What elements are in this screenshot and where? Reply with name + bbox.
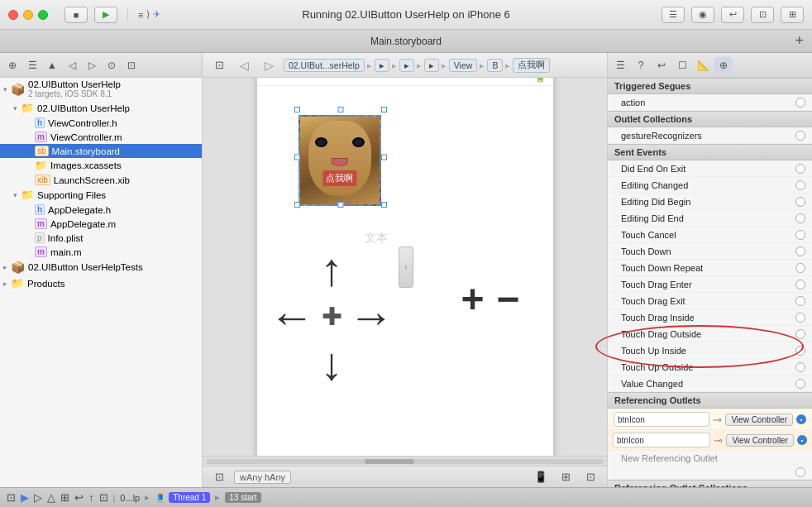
plus-icon[interactable]: +: [461, 276, 484, 322]
tree-item-main-storyboard[interactable]: sb Main.storyboard: [0, 144, 202, 158]
sort-button[interactable]: ☰: [23, 57, 41, 74]
event-circle[interactable]: [795, 197, 805, 207]
event-circle[interactable]: [795, 379, 805, 389]
status-icon-back[interactable]: ↩: [74, 491, 84, 504]
status-icon-next[interactable]: ▷: [34, 491, 42, 504]
nav-forward-button[interactable]: ▷: [259, 57, 279, 74]
event-circle[interactable]: [795, 263, 805, 273]
tree-item-main-m[interactable]: m main.m: [0, 245, 202, 259]
layout-button-3[interactable]: ↩: [721, 7, 744, 23]
add-tab-button[interactable]: +: [795, 32, 804, 50]
maximize-button[interactable]: [38, 10, 48, 20]
nav-1[interactable]: ▸: [375, 59, 389, 72]
quick-help-button[interactable]: ?: [632, 57, 650, 74]
event-circle[interactable]: [795, 280, 805, 289]
constraint-tool[interactable]: ⊡: [580, 469, 600, 485]
tree-item-appdelegate-h[interactable]: h AppDelegate.h: [0, 203, 202, 217]
event-circle[interactable]: [795, 346, 805, 356]
device-tool[interactable]: 📱: [531, 469, 551, 485]
layout-tool[interactable]: ⊞: [556, 469, 576, 485]
attributes-inspector-button[interactable]: ☐: [673, 57, 691, 74]
layout-button-5[interactable]: ⊞: [781, 7, 804, 23]
minimize-button[interactable]: [23, 10, 33, 20]
tab-title[interactable]: Main.storyboard: [370, 36, 442, 47]
diff-button[interactable]: ▷: [83, 57, 101, 74]
new-outlet-circle[interactable]: [795, 467, 805, 477]
nav-project[interactable]: 02.UIBut...serHelp: [284, 59, 365, 72]
tree-item-supporting-files[interactable]: 📁 Supporting Files: [0, 187, 202, 203]
close-button[interactable]: [8, 10, 18, 20]
nav-sep-3: ▸: [417, 60, 422, 70]
size-inspector-button[interactable]: 📐: [694, 57, 712, 74]
identity-inspector-button[interactable]: ↩: [652, 57, 671, 74]
event-circle[interactable]: [795, 164, 805, 174]
filter-button[interactable]: ▲: [43, 57, 61, 74]
event-circle[interactable]: [795, 296, 805, 306]
tree-item-project[interactable]: 📦 02.UIButton UserHelp 2 targets, iOS SD…: [0, 78, 202, 100]
nav-view[interactable]: View: [449, 59, 478, 72]
handle-tm[interactable]: [337, 107, 343, 112]
run-button[interactable]: ▶: [94, 7, 117, 23]
outlet-input-2[interactable]: [613, 433, 710, 447]
nav-3[interactable]: ▸: [424, 59, 439, 72]
event-circle[interactable]: [795, 180, 805, 190]
event-circle[interactable]: [795, 329, 805, 339]
tree-item-launchscreen[interactable]: xib LaunchScreen.xib: [0, 173, 202, 187]
layout-button-1[interactable]: ☰: [662, 7, 685, 23]
search-button[interactable]: ⊙: [103, 57, 121, 74]
image-button[interactable]: 点我啊: [299, 115, 381, 206]
status-icon-frame[interactable]: ⊡: [7, 491, 16, 504]
frame-tool[interactable]: ⊡: [209, 469, 229, 485]
frame-toggle-button[interactable]: ⊡: [209, 57, 229, 74]
handle-tl[interactable]: [294, 107, 300, 112]
gesture-circle[interactable]: [795, 131, 805, 141]
stop-button[interactable]: ■: [64, 7, 88, 23]
text-placeholder[interactable]: 文本: [365, 231, 388, 246]
event-row-editing-changed: Editing Changed: [608, 177, 812, 194]
hierarchy-button[interactable]: ◁: [63, 57, 81, 74]
layout-button-4[interactable]: ⊡: [751, 7, 774, 23]
outlet-dot-2[interactable]: [797, 435, 807, 445]
minus-icon[interactable]: −: [496, 276, 519, 322]
event-circle[interactable]: [795, 246, 805, 256]
nav-2[interactable]: ▸: [399, 59, 414, 72]
recent-button[interactable]: ⊡: [122, 57, 141, 74]
handle-tr[interactable]: [381, 107, 387, 112]
status-icon-play[interactable]: ▶: [21, 491, 29, 504]
tree-item-infoplist[interactable]: p Info.plist: [0, 231, 202, 245]
canvas-scroll[interactable]: 🔋 点我啊: [203, 78, 607, 456]
action-circle[interactable]: [795, 98, 805, 108]
tree-item-products[interactable]: 📁 Products: [0, 275, 202, 291]
scheme-selector[interactable]: ≡ ⟩ ✈: [138, 9, 160, 20]
event-circle[interactable]: [795, 313, 805, 323]
status-icon-grid[interactable]: ⊞: [60, 491, 69, 504]
event-circle[interactable]: [795, 230, 805, 240]
new-referencing-outlet[interactable]: New Referencing Outlet: [608, 451, 812, 466]
tree-item-group[interactable]: 📁 02.UIButton UserHelp: [0, 100, 202, 116]
event-circle[interactable]: [795, 213, 805, 223]
add-file-button[interactable]: ⊕: [3, 57, 21, 74]
handle-mr[interactable]: [381, 154, 387, 160]
handle-br[interactable]: [381, 202, 387, 208]
nav-b[interactable]: B: [487, 59, 503, 72]
file-inspector-button[interactable]: ☰: [611, 57, 629, 74]
status-icon-up[interactable]: ↑: [88, 491, 94, 504]
tree-item-appdelegate-m[interactable]: m AppDelegate.m: [0, 217, 202, 231]
outlet-input-1[interactable]: [614, 412, 709, 427]
collapse-left-button[interactable]: ‹: [399, 246, 413, 288]
horizontal-scrollbar[interactable]: [203, 456, 607, 466]
tree-item-viewcontroller-h[interactable]: h ViewController.h: [0, 116, 202, 130]
connections-inspector-button[interactable]: ⊕: [714, 57, 733, 74]
layout-button-2[interactable]: ◉: [691, 7, 714, 23]
event-circle[interactable]: [795, 362, 805, 372]
status-icon-delta[interactable]: △: [47, 491, 55, 504]
scrollbar-thumb[interactable]: [365, 459, 414, 464]
triggered-segues-action-row: action: [608, 94, 812, 111]
outlet-dot-1[interactable]: [796, 414, 806, 424]
tree-item-images[interactable]: 📁 Images.xcassets: [0, 158, 202, 173]
nav-back-button[interactable]: ◁: [234, 57, 254, 74]
nav-chinese[interactable]: 点我啊: [513, 58, 550, 73]
tree-item-viewcontroller-m[interactable]: m ViewController.m: [0, 130, 202, 144]
tree-item-tests[interactable]: 📦 02.UIButton UserHelpTests: [0, 259, 202, 275]
status-icon-options[interactable]: ⊡: [99, 491, 108, 504]
